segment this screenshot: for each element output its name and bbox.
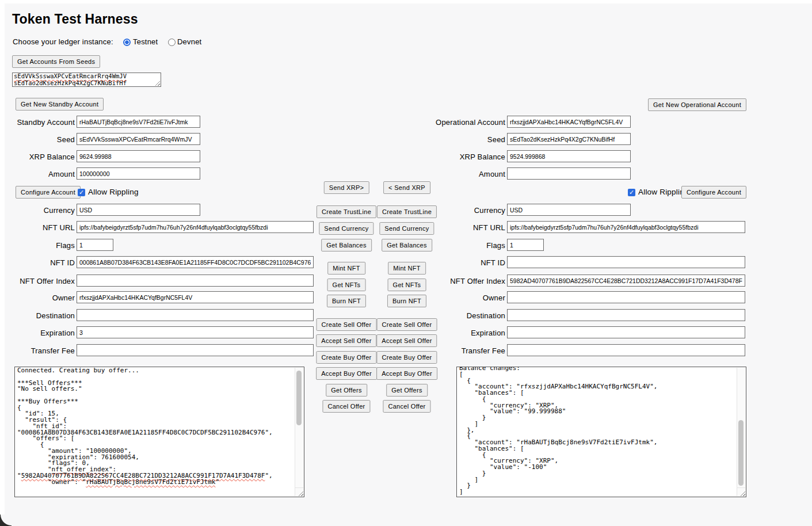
standby-allow-rippling-label: Allow Rippling (88, 188, 139, 196)
operational-owner-label: Owner (425, 294, 505, 302)
operational-allow-rippling-checkbox[interactable] (628, 189, 635, 196)
operational-results-text: Balance changes: [ { "account": "rfxszjj… (457, 367, 746, 496)
operational-results-scrollbar[interactable] (737, 368, 745, 496)
standby-create-sell-offer-button[interactable]: Create Sell Offer (317, 318, 377, 331)
radio-devnet[interactable] (168, 39, 176, 46)
standby-currency-input[interactable] (77, 204, 200, 216)
standby-accept-buy-offer-button[interactable]: Accept Buy Offer (316, 367, 377, 380)
operational-xrp-balance-label: XRP Balance (425, 153, 505, 161)
standby-nft-offer-index-input[interactable] (77, 275, 314, 287)
seeds-textarea[interactable]: sEdVVkSsswaXPCvEatRmcarRrq4WmJV sEdTao2d… (12, 73, 161, 87)
standby-transfer-fee-input[interactable] (77, 344, 314, 356)
standby-results-scrollbar[interactable] (295, 368, 303, 496)
standby-results-scrollbar-thumb[interactable] (296, 371, 302, 425)
get-new-operational-account-button[interactable]: Get New Operational Account (648, 98, 746, 111)
operational-flags-label: Flags (425, 241, 505, 250)
operational-burn-nft-button[interactable]: Burn NFT (387, 295, 426, 307)
standby-send-currency-button[interactable]: Send Currency (319, 222, 373, 235)
standby-destination-input[interactable] (77, 309, 314, 321)
operational-configure-account-button[interactable]: Configure Account (681, 186, 746, 199)
operational-results-scrollbar-thumb[interactable] (738, 420, 744, 486)
standby-send-xrp-button[interactable]: Send XRP> (324, 181, 369, 194)
standby-create-trustline-button[interactable]: Create TrustLine (317, 205, 376, 218)
radio-devnet-label: Devnet (177, 37, 201, 46)
standby-flags-label: Flags (0, 241, 75, 250)
operational-send-currency-button[interactable]: Send Currency (379, 222, 434, 235)
operational-create-sell-offer-button[interactable]: Create Sell Offer (377, 318, 437, 331)
operational-accept-sell-offer-button[interactable]: Accept Sell Offer (376, 334, 437, 347)
standby-mint-nft-button[interactable]: Mint NFT (327, 262, 365, 275)
standby-destination-label: Destination (0, 311, 75, 320)
standby-allow-rippling-checkbox[interactable] (78, 189, 85, 196)
operational-amount-label: Amount (425, 170, 505, 178)
operational-seed-label: Seed (425, 135, 505, 144)
standby-get-offers-button[interactable]: Get Offers (326, 384, 367, 397)
standby-get-balances-button[interactable]: Get Balances (321, 239, 372, 251)
ledger-instance-prompt: Choose your ledger instance: (13, 37, 113, 46)
standby-currency-label: Currency (0, 206, 75, 215)
standby-nft-id-label: NFT ID (0, 258, 75, 267)
standby-owner-label: Owner (0, 294, 75, 302)
operational-expiration-input[interactable] (507, 326, 745, 338)
standby-nft-offer-index-label: NFT Offer Index (0, 277, 75, 285)
standby-burn-nft-button[interactable]: Burn NFT (327, 295, 366, 307)
operational-transfer-fee-input[interactable] (507, 344, 745, 356)
standby-cancel-offer-button[interactable]: Cancel Offer (322, 400, 370, 413)
standby-xrp-balance-input[interactable] (77, 150, 200, 162)
radio-testnet[interactable] (123, 39, 131, 46)
operational-currency-label: Currency (425, 206, 505, 215)
operational-results-box[interactable]: Balance changes: [ { "account": "rfxszjj… (456, 367, 746, 497)
get-new-standby-account-button[interactable]: Get New Standby Account (16, 98, 104, 110)
standby-flags-input[interactable] (77, 239, 113, 251)
standby-accept-sell-offer-button[interactable]: Accept Sell Offer (316, 334, 376, 347)
standby-xrp-balance-label: XRP Balance (0, 153, 75, 161)
standby-expiration-label: Expiration (0, 329, 75, 337)
operational-owner-input[interactable] (507, 291, 745, 303)
get-accounts-from-seeds-button[interactable]: Get Accounts From Seeds (12, 55, 100, 68)
standby-seed-input[interactable] (77, 133, 200, 145)
operational-nft-id-input[interactable] (507, 256, 745, 268)
operational-amount-input[interactable] (507, 167, 631, 180)
operational-destination-input[interactable] (507, 309, 745, 321)
standby-nft-url-label: NFT URL (0, 223, 75, 232)
operational-flags-input[interactable] (507, 239, 544, 251)
operational-nft-offer-index-label: NFT Offer Index (425, 277, 505, 285)
standby-results-box[interactable]: Connected. Creating buy offer... ***Sell… (14, 367, 304, 497)
operational-mint-nft-button[interactable]: Mint NFT (388, 262, 426, 275)
operational-get-nfts-button[interactable]: Get NFTs (388, 279, 426, 291)
standby-standby-account-input[interactable] (77, 116, 200, 128)
operational-operational-account-input[interactable] (507, 116, 631, 128)
standby-owner-input[interactable] (77, 291, 314, 303)
operational-nft-offer-index-input[interactable] (507, 275, 745, 287)
radio-testnet-label: Testnet (133, 37, 158, 46)
standby-results-text: Connected. Creating buy offer... ***Sell… (15, 367, 304, 486)
operational-xrp-balance-input[interactable] (507, 150, 631, 162)
operational-currency-input[interactable] (507, 204, 631, 216)
standby-configure-account-button[interactable]: Configure Account (16, 186, 81, 199)
standby-get-nfts-button[interactable]: Get NFTs (327, 279, 366, 291)
operational-nft-url-label: NFT URL (425, 223, 505, 232)
operational-create-trustline-button[interactable]: Create TrustLine (377, 205, 437, 218)
operational-get-offers-button[interactable]: Get Offers (386, 384, 428, 397)
standby-nft-url-input[interactable] (77, 221, 314, 233)
seeds-text: sEdVVkSsswaXPCvEatRmcarRrq4WmJV sEdTao2d… (13, 73, 161, 86)
operational-create-buy-offer-button[interactable]: Create Buy Offer (376, 351, 437, 364)
operational-nft-id-label: NFT ID (425, 258, 505, 267)
standby-create-buy-offer-button[interactable]: Create Buy Offer (316, 351, 376, 364)
operational-seed-input[interactable] (507, 133, 631, 145)
standby-standby-account-label: Standby Account (0, 118, 75, 127)
operational-operational-account-label: Operational Account (425, 118, 505, 127)
standby-transfer-fee-label: Transfer Fee (0, 346, 75, 355)
window-corner (0, 514, 12, 526)
standby-amount-label: Amount (0, 170, 75, 178)
page-title: Token Test Harness (12, 12, 138, 27)
standby-seed-label: Seed (0, 135, 75, 144)
operational-cancel-offer-button[interactable]: Cancel Offer (383, 400, 430, 413)
operational-send-xrp-button[interactable]: < Send XRP (383, 181, 430, 194)
operational-get-balances-button[interactable]: Get Balances (382, 239, 432, 251)
standby-nft-id-input[interactable] (77, 256, 314, 268)
standby-expiration-input[interactable] (77, 326, 314, 338)
operational-accept-buy-offer-button[interactable]: Accept Buy Offer (376, 367, 437, 380)
standby-amount-input[interactable] (77, 167, 200, 180)
operational-nft-url-input[interactable] (507, 221, 745, 233)
